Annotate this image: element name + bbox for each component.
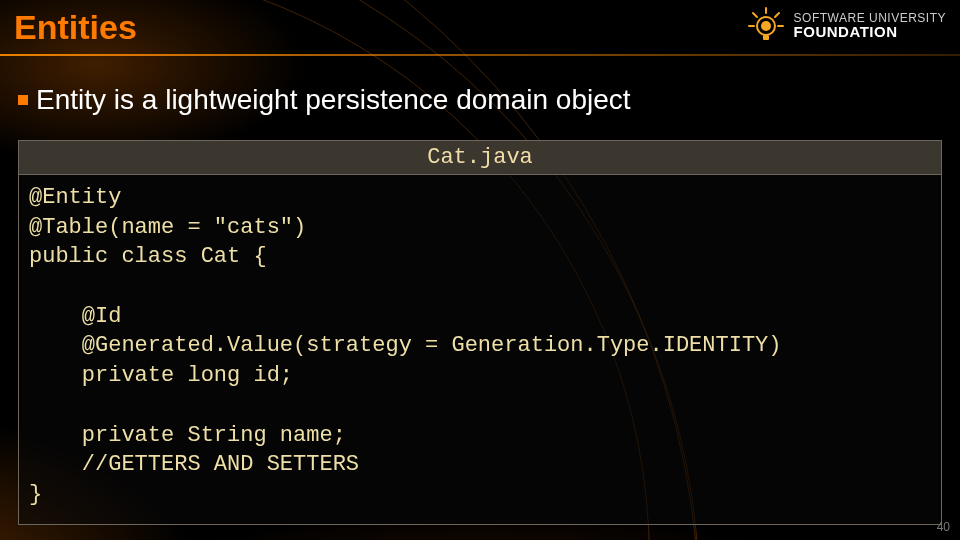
svg-line-1 [753, 13, 757, 17]
svg-rect-7 [763, 35, 769, 40]
code-filename: Cat.java [19, 141, 941, 175]
bullet-item: Entity is a lightweight persistence doma… [18, 84, 631, 116]
brand-line2: FOUNDATION [794, 24, 946, 40]
bullet-text: Entity is a lightweight persistence doma… [36, 84, 631, 116]
svg-line-2 [775, 13, 779, 17]
title-underline [0, 54, 960, 56]
page-number: 40 [937, 520, 950, 534]
code-body: @Entity @Table(name = "cats") public cla… [19, 175, 941, 524]
bullet-icon [18, 95, 28, 105]
brand-text: SOFTWARE UNIVERSITY FOUNDATION [794, 12, 946, 40]
code-box: Cat.java @Entity @Table(name = "cats") p… [18, 140, 942, 525]
svg-point-6 [761, 21, 771, 31]
slide-title: Entities [14, 8, 137, 47]
brand-logo: SOFTWARE UNIVERSITY FOUNDATION [746, 6, 946, 46]
lightbulb-icon [746, 6, 786, 46]
